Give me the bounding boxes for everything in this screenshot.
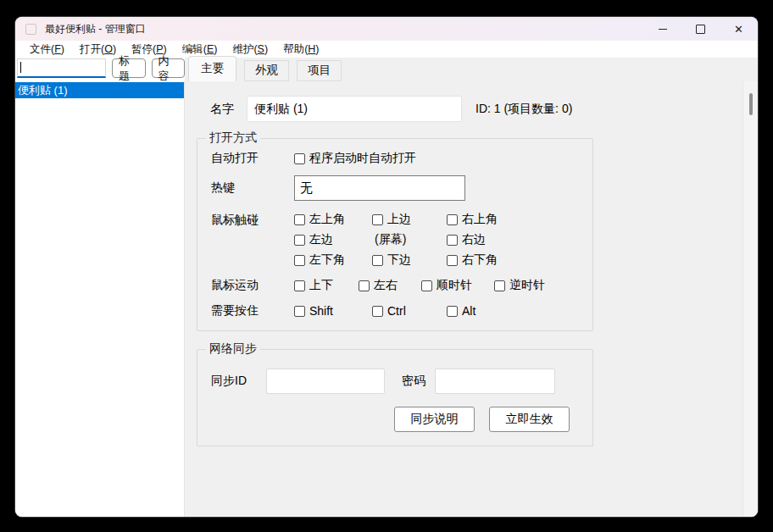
checkbox-icon[interactable] — [294, 153, 305, 164]
app-window: 最好便利贴 - 管理窗口 ✕ 文件(F) 打开(O) 暂停(P) 编辑(E) 维… — [15, 17, 758, 517]
alt-checkbox[interactable]: Alt — [447, 304, 475, 318]
scrollbar-thumb[interactable] — [749, 93, 753, 115]
maximize-icon — [696, 25, 705, 34]
name-input[interactable] — [247, 96, 462, 122]
top-left-corner-checkbox[interactable]: 左上角 — [294, 212, 372, 227]
mouse-touch-row: 鼠标触碰 左上角 上边 右上角 左边 (屏幕) 右边 左下角 下边 右下角 — [211, 212, 584, 268]
content-area: 便利贴 (1) 名字 ID: 1 (项目数量: 0) 打开方式 自动打开 程序启… — [15, 81, 758, 517]
hold-key-label: 需要按住 — [211, 303, 294, 319]
bottom-left-corner-checkbox[interactable]: 左下角 — [294, 252, 372, 268]
checkbox-icon[interactable] — [494, 280, 505, 291]
tab-appearance[interactable]: 外观 — [244, 60, 289, 81]
toolbar-row: 标题 内容 主要 外观 项目 — [15, 58, 758, 81]
clockwise-checkbox[interactable]: 顺时针 — [421, 278, 494, 293]
list-item-note[interactable]: 便利贴 (1) — [15, 82, 184, 98]
mouse-touch-options: 左上角 上边 右上角 左边 (屏幕) 右边 左下角 下边 右下角 — [294, 212, 498, 268]
left-right-checkbox[interactable]: 左右 — [359, 278, 421, 293]
titlebar[interactable]: 最好便利贴 - 管理窗口 ✕ — [15, 17, 758, 41]
checkbox-icon[interactable] — [294, 255, 305, 266]
mouse-motion-options: 上下 左右 顺时针 逆时针 — [294, 278, 545, 293]
checkbox-icon[interactable] — [372, 306, 383, 317]
tab-main[interactable]: 主要 — [188, 56, 236, 81]
app-icon — [25, 24, 36, 35]
hotkey-input[interactable] — [294, 175, 465, 201]
top-right-corner-checkbox[interactable]: 右上角 — [447, 212, 498, 227]
auto-open-label: 自动打开 — [211, 151, 294, 166]
open-method-group: 打开方式 自动打开 程序启动时自动打开 热键 鼠标触碰 左上角 — [197, 130, 593, 331]
hold-key-options: Shift Ctrl Alt — [294, 304, 475, 318]
close-button[interactable]: ✕ — [720, 17, 758, 41]
menu-file[interactable]: 文件(F) — [22, 42, 72, 57]
sync-id-input[interactable] — [266, 369, 385, 394]
sync-help-button[interactable]: 同步说明 — [394, 407, 475, 432]
checkbox-icon[interactable] — [447, 214, 458, 225]
bottom-edge-checkbox[interactable]: 下边 — [372, 252, 447, 268]
checkbox-icon[interactable] — [372, 214, 383, 225]
menu-open[interactable]: 打开(O) — [72, 42, 124, 57]
up-down-checkbox[interactable]: 上下 — [294, 278, 359, 293]
auto-open-option-label: 程序启动时自动打开 — [309, 151, 416, 166]
checkbox-icon[interactable] — [447, 255, 458, 266]
checkbox-icon[interactable] — [294, 214, 305, 225]
checkbox-icon[interactable] — [294, 306, 305, 317]
checkbox-icon[interactable] — [359, 280, 370, 291]
notes-list: 便利贴 (1) — [15, 81, 185, 517]
text-caret — [20, 62, 21, 73]
hotkey-row: 热键 — [211, 175, 584, 201]
hold-key-row: 需要按住 Shift Ctrl Alt — [211, 303, 584, 319]
mouse-touch-label: 鼠标触碰 — [211, 213, 294, 228]
sync-id-label: 同步ID — [211, 374, 266, 389]
checkbox-icon[interactable] — [447, 235, 458, 246]
menu-help[interactable]: 帮助(H) — [275, 42, 326, 57]
minimize-icon — [659, 29, 667, 30]
menu-maintain[interactable]: 维护(S) — [225, 42, 275, 57]
left-edge-checkbox[interactable]: 左边 — [294, 232, 372, 247]
name-row: 名字 ID: 1 (项目数量: 0) — [210, 96, 758, 122]
right-edge-checkbox[interactable]: 右边 — [447, 232, 498, 247]
password-label: 密码 — [402, 374, 425, 389]
menu-edit[interactable]: 编辑(E) — [175, 42, 225, 57]
tab-items[interactable]: 项目 — [297, 60, 342, 81]
screen-label: (屏幕) — [372, 232, 447, 247]
minimize-button[interactable] — [643, 17, 681, 41]
top-edge-checkbox[interactable]: 上边 — [372, 212, 447, 227]
window-title: 最好便利贴 - 管理窗口 — [45, 22, 146, 36]
main-panel: 名字 ID: 1 (项目数量: 0) 打开方式 自动打开 程序启动时自动打开 热… — [185, 81, 758, 517]
search-content-button[interactable]: 内容 — [152, 58, 186, 78]
network-sync-title: 网络同步 — [206, 341, 260, 357]
id-info: ID: 1 (项目数量: 0) — [475, 102, 572, 117]
shift-checkbox[interactable]: Shift — [294, 304, 372, 318]
counterclockwise-checkbox[interactable]: 逆时针 — [494, 278, 545, 293]
hotkey-label: 热键 — [211, 180, 294, 196]
search-toolbar: 标题 内容 — [15, 58, 185, 81]
checkbox-icon[interactable] — [294, 280, 305, 291]
open-method-title: 打开方式 — [206, 130, 260, 146]
sync-id-row: 同步ID 密码 — [211, 369, 584, 394]
mouse-motion-label: 鼠标运动 — [211, 278, 294, 293]
checkbox-icon[interactable] — [447, 306, 458, 317]
sync-buttons-row: 同步说明 立即生效 — [211, 407, 584, 432]
password-input[interactable] — [435, 369, 555, 394]
network-sync-group: 网络同步 同步ID 密码 同步说明 立即生效 — [197, 341, 593, 446]
close-icon: ✕ — [734, 24, 743, 35]
search-title-button[interactable]: 标题 — [112, 58, 146, 78]
maximize-button[interactable] — [681, 17, 720, 41]
ctrl-checkbox[interactable]: Ctrl — [372, 304, 447, 318]
desktop: { "window": { "title": "最好便利贴 - 管理窗口", "… — [0, 0, 773, 532]
checkbox-icon[interactable] — [294, 235, 305, 246]
checkbox-icon[interactable] — [372, 255, 383, 266]
auto-open-row: 自动打开 程序启动时自动打开 — [211, 151, 584, 166]
search-input[interactable] — [17, 58, 106, 78]
auto-open-checkbox[interactable]: 程序启动时自动打开 — [294, 151, 416, 166]
tabstrip: 主要 外观 项目 — [185, 58, 758, 81]
name-label: 名字 — [210, 102, 234, 117]
apply-now-button[interactable]: 立即生效 — [489, 407, 570, 432]
mouse-motion-row: 鼠标运动 上下 左右 顺时针 逆时针 — [211, 278, 584, 293]
bottom-right-corner-checkbox[interactable]: 右下角 — [447, 252, 498, 268]
checkbox-icon[interactable] — [421, 280, 432, 291]
vertical-scrollbar[interactable] — [742, 81, 758, 517]
window-controls: ✕ — [643, 17, 758, 41]
